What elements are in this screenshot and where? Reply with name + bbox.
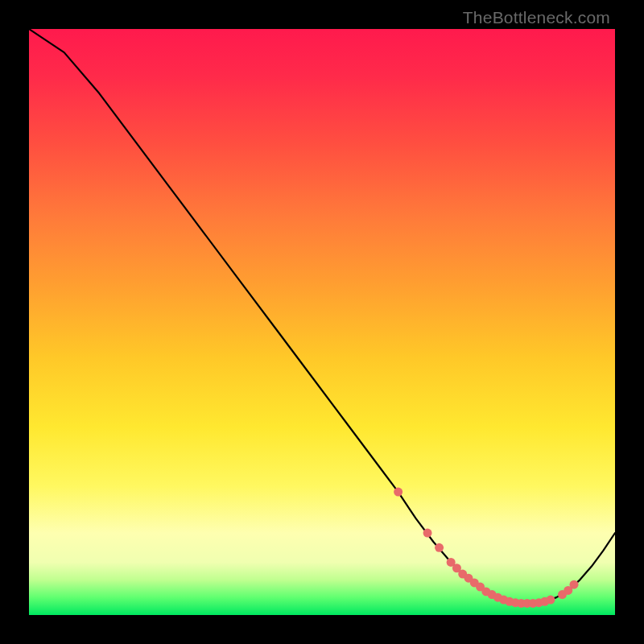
svg-point-8: [476, 583, 485, 592]
svg-point-20: [546, 596, 555, 605]
svg-point-11: [493, 593, 502, 602]
bottleneck-curve: [29, 29, 615, 603]
svg-point-13: [505, 597, 514, 606]
svg-point-15: [517, 599, 526, 608]
svg-point-19: [540, 597, 549, 606]
svg-point-22: [564, 586, 572, 595]
chart-svg: [29, 29, 615, 615]
svg-point-6: [464, 574, 473, 583]
svg-point-0: [394, 488, 402, 497]
svg-point-16: [522, 599, 531, 608]
chart-container: TheBottleneck.com: [0, 0, 644, 644]
svg-point-9: [481, 587, 490, 596]
svg-point-1: [423, 529, 432, 538]
svg-point-2: [435, 543, 444, 552]
svg-point-18: [535, 598, 543, 607]
watermark-text: TheBottleneck.com: [463, 8, 610, 27]
svg-point-14: [511, 598, 520, 607]
svg-point-7: [470, 578, 479, 587]
svg-point-10: [488, 590, 497, 599]
highlight-markers: [394, 488, 578, 608]
svg-point-5: [458, 570, 467, 579]
svg-point-17: [529, 599, 538, 608]
svg-point-23: [570, 580, 579, 589]
svg-point-4: [452, 564, 461, 572]
plot-area: [29, 29, 615, 615]
svg-point-12: [499, 596, 508, 605]
svg-point-3: [447, 558, 456, 567]
svg-point-21: [558, 590, 567, 599]
